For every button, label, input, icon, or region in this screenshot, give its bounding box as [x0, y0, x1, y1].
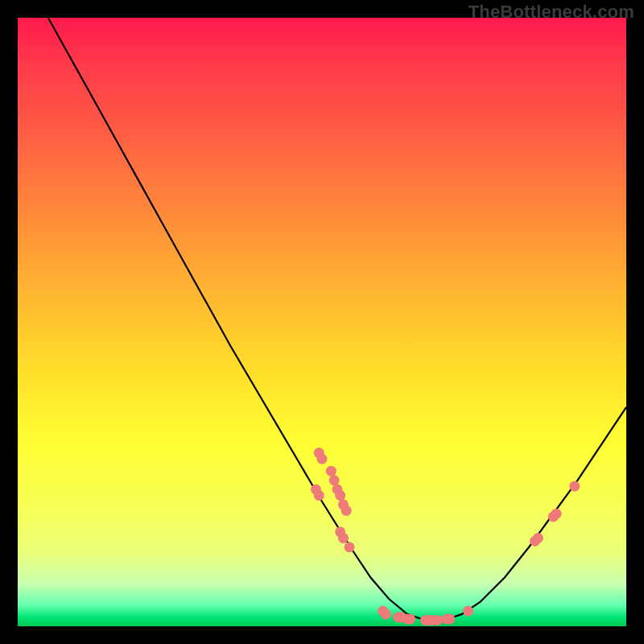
data-point [463, 606, 473, 617]
data-point [345, 542, 355, 552]
data-point [317, 454, 328, 464]
data-point [381, 609, 391, 619]
data-point [551, 509, 562, 519]
watermark-text: TheBottleneck.com [469, 2, 634, 23]
data-point [432, 615, 443, 625]
data-point [326, 466, 336, 477]
data-point [314, 490, 324, 501]
data-points [311, 448, 580, 625]
data-point [329, 475, 340, 485]
data-point [569, 481, 580, 492]
data-point [335, 490, 345, 501]
data-point [533, 533, 543, 543]
data-point [338, 533, 349, 543]
data-point [444, 613, 455, 624]
data-point [341, 506, 352, 516]
data-point [405, 613, 415, 624]
chart-svg [18, 18, 626, 626]
